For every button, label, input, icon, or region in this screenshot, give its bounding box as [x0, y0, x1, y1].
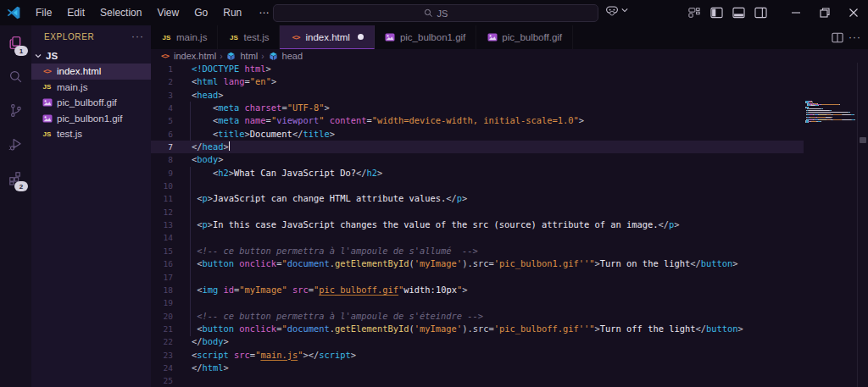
folder-row-js[interactable]: JS: [31, 47, 151, 64]
search-text: JS: [437, 8, 448, 19]
window-minimize-button[interactable]: [782, 0, 810, 25]
line-number: 12: [151, 206, 173, 218]
code-line-25: 25: [151, 374, 804, 387]
editor-scrollbar[interactable]: [857, 63, 868, 387]
command-search-input[interactable]: JS: [273, 4, 598, 22]
symbol-cube-icon: [268, 52, 279, 61]
line-content: [173, 206, 192, 218]
line-content: <html lang="en">: [173, 75, 276, 88]
file-name: test.js: [57, 129, 82, 139]
breadcrumb-item-head[interactable]: head: [268, 51, 303, 61]
menu-item-edit[interactable]: Edit: [59, 4, 92, 21]
menu-item-file[interactable]: File: [28, 4, 59, 21]
menu-item-go[interactable]: Go: [186, 4, 215, 21]
line-number: 15: [151, 245, 173, 257]
line-content: </head>: [173, 141, 230, 153]
file-item-pic_bulbon1.gif[interactable]: pic_bulbon1.gif: [31, 111, 151, 127]
file-item-test.js[interactable]: JS test.js: [31, 126, 151, 142]
code-line-15: 15 <!-- ce button permettra à l'ampoule …: [151, 245, 804, 257]
toggle-primary-sidebar-button[interactable]: [705, 3, 727, 22]
tab-pic_bulboff.gif[interactable]: pic_bulboff.gif: [476, 25, 573, 49]
code-editor[interactable]: 1<!DOCTYPE html>2<html lang="en">3<head>…: [151, 63, 868, 387]
split-editor-button[interactable]: [832, 32, 843, 43]
line-number: 22: [151, 335, 173, 348]
line-number: 20: [151, 310, 173, 323]
tab-label: pic_bulbon1.gif: [400, 32, 465, 42]
menu-bar: FileEditSelectionViewGoRun ⋯: [28, 4, 276, 21]
line-content: [173, 271, 192, 284]
line-number: 21: [151, 323, 173, 335]
line-content: <head>: [173, 89, 224, 102]
editor-more-actions-button[interactable]: ···: [849, 31, 861, 43]
line-content: <body>: [173, 153, 224, 166]
code-line-10: 10: [151, 180, 804, 192]
code-line-18: 18 <img id="myImage" src="pic_bulboff.gi…: [151, 284, 804, 296]
indent-guide: [190, 102, 191, 141]
indent-guide: [190, 167, 191, 336]
search-icon: [8, 69, 24, 85]
modified-dot: [358, 34, 364, 40]
activity-source-control-button[interactable]: [0, 93, 31, 127]
line-number: 17: [151, 271, 173, 284]
breadcrumb-item-index.html[interactable]: <> index.html: [159, 51, 216, 61]
activity-search-button[interactable]: [0, 59, 31, 93]
code-line-4: 4 <meta charset="UTF-8">: [151, 102, 804, 114]
vscode-logo-icon: [6, 5, 21, 20]
text-cursor: [229, 141, 231, 151]
file-item-pic_bulboff.gif[interactable]: pic_bulboff.gif: [31, 95, 151, 111]
code-line-1: 1<!DOCTYPE html>: [151, 63, 804, 75]
minimap[interactable]: [805, 101, 856, 124]
code-line-19: 19: [151, 296, 804, 309]
copilot-menu-button[interactable]: [605, 4, 628, 16]
search-icon: [424, 8, 433, 18]
window-restore-button[interactable]: [810, 0, 839, 25]
code-line-11: 11 <p>JavaScript can change HTML attribu…: [151, 192, 804, 205]
toggle-panel-button[interactable]: [727, 3, 749, 22]
breadcrumb-item-html[interactable]: html: [225, 51, 258, 61]
explorer-title: EXPLORER: [44, 32, 131, 41]
menu-item-selection[interactable]: Selection: [92, 4, 149, 21]
line-number: 5: [151, 114, 173, 127]
tab-pic_bulbon1.gif[interactable]: pic_bulbon1.gif: [375, 25, 476, 49]
toggle-secondary-sidebar-button[interactable]: [749, 3, 771, 22]
tab-label: test.js: [243, 32, 269, 42]
image-file-icon: [385, 33, 396, 41]
line-content: <p>JavaScript can change HTML attribute …: [173, 192, 467, 205]
code-line-6: 6 <title>Document</title>: [151, 128, 804, 141]
explorer-more-actions-button[interactable]: ···: [131, 30, 144, 42]
menu-item-run[interactable]: Run: [215, 4, 249, 21]
line-content: <script src="main.js"></script>: [173, 349, 356, 362]
tab-test.js[interactable]: JS test.js: [218, 25, 280, 49]
code-line-13: 13 <p>In this case JavaScript changes th…: [151, 218, 804, 231]
line-number: 8: [151, 153, 173, 166]
code-line-24: 24</html>: [151, 362, 804, 374]
line-content: <meta name="viewport" content="width=dev…: [173, 114, 584, 127]
file-item-index.html[interactable]: <> index.html: [31, 64, 151, 80]
activity-explorer-button[interactable]: 1: [0, 25, 31, 59]
line-number: 3: [151, 89, 173, 102]
customize-layout-button[interactable]: [683, 3, 705, 22]
line-content: [173, 374, 192, 387]
code-line-22: 22</body>: [151, 335, 804, 348]
tab-index.html[interactable]: <> index.html: [280, 25, 374, 49]
title-bar: FileEditSelectionViewGoRun ⋯ ← → JS: [0, 0, 868, 25]
file-item-main.js[interactable]: JS main.js: [31, 80, 151, 96]
activity-extensions-button[interactable]: 2: [0, 161, 31, 195]
window-close-button[interactable]: [839, 0, 868, 25]
file-name: pic_bulboff.gif: [57, 97, 117, 108]
line-number: 2: [151, 75, 173, 88]
breadcrumb-label: html: [240, 51, 258, 61]
html-file-icon: <>: [159, 52, 170, 60]
html-file-icon: <>: [42, 67, 53, 75]
line-number: 6: [151, 128, 173, 141]
activity-run-debug-button[interactable]: [0, 127, 31, 161]
tab-main.js[interactable]: JS main.js: [151, 25, 218, 49]
line-number: 18: [151, 284, 173, 296]
menu-item-view[interactable]: View: [149, 4, 186, 21]
line-content: <title>Document</title>: [173, 128, 335, 141]
tab-label: index.html: [305, 32, 349, 42]
line-number: 11: [151, 192, 173, 205]
code-line-2: 2<html lang="en">: [151, 75, 804, 88]
file-name: index.html: [57, 66, 101, 76]
scrollbar-thumb[interactable]: [860, 137, 866, 143]
